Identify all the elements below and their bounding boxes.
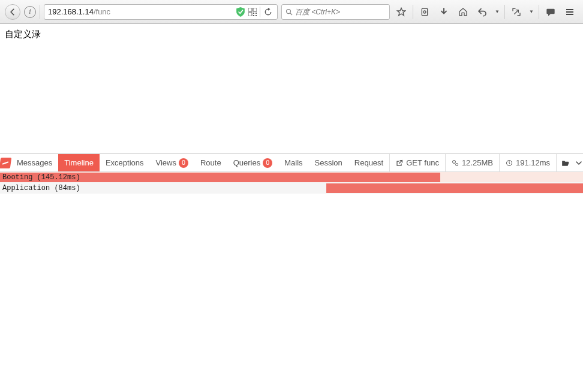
downloads-button[interactable] [436, 4, 452, 20]
chevron-down-icon [575, 159, 582, 167]
svg-point-15 [455, 163, 458, 165]
folder-open-icon [561, 159, 570, 167]
reload-button[interactable] [263, 7, 274, 17]
svg-rect-6 [256, 15, 257, 16]
undo-button[interactable] [474, 4, 490, 20]
timeline-panel: Booting (145.12ms) Application (84ms) [0, 172, 583, 194]
tab-label: Request [354, 158, 383, 167]
home-button[interactable] [455, 4, 471, 20]
clock-icon [506, 159, 513, 167]
svg-line-8 [290, 13, 293, 15]
separator [504, 5, 505, 19]
debugbar-time-info: 191.12ms [499, 154, 556, 171]
timeline-label: Application (84ms) [2, 183, 80, 194]
tab-timeline[interactable]: Timeline [58, 154, 100, 171]
svg-point-7 [287, 9, 291, 13]
undo-dropdown[interactable]: ▼ [494, 9, 501, 14]
timeline-row: Booting (145.12ms) [0, 172, 583, 183]
tab-session[interactable]: Session [309, 154, 348, 171]
screenshot-button[interactable] [509, 4, 524, 20]
arrow-left-icon [8, 8, 17, 16]
tab-label: Session [315, 158, 342, 167]
browser-toolbar: i 192.168.1.14/func ▼ ▼ [0, 0, 583, 24]
url-bar[interactable]: 192.168.1.14/func [44, 4, 278, 20]
tab-route[interactable]: Route [194, 154, 227, 171]
page-content: 自定义渌 [0, 24, 583, 153]
svg-rect-1 [253, 8, 257, 11]
tab-label: Queries [233, 158, 261, 167]
time-text: 191.12ms [516, 158, 550, 167]
cogs-icon [452, 159, 459, 167]
badge: 0 [179, 158, 188, 168]
debugbar-request-info[interactable]: GET func [389, 154, 445, 171]
search-input[interactable] [295, 8, 386, 16]
svg-rect-2 [248, 13, 252, 16]
timeline-bar [326, 183, 583, 193]
hamburger-menu-button[interactable] [562, 4, 578, 20]
search-icon [286, 8, 293, 16]
laravel-icon [0, 158, 11, 168]
separator [40, 5, 40, 19]
share-icon [396, 159, 403, 167]
folder-open-button[interactable] [559, 159, 572, 167]
debugbar-memory-info: 12.25MB [445, 154, 499, 171]
timeline-label: Booting (145.12ms) [2, 172, 80, 183]
svg-rect-9 [422, 8, 427, 16]
debugbar-logo[interactable] [0, 154, 11, 171]
chat-button[interactable] [543, 4, 558, 20]
collapse-button[interactable] [572, 159, 583, 167]
tab-label: Timeline [64, 158, 94, 167]
debugbar-controls [556, 154, 583, 171]
tab-label: Exceptions [106, 158, 144, 167]
qr-icon[interactable] [248, 7, 257, 17]
tab-label: Mails [284, 158, 302, 167]
tab-label: Messages [17, 158, 52, 167]
svg-rect-0 [248, 8, 252, 11]
url-text: 192.168.1.14/func [48, 7, 233, 16]
memory-text: 12.25MB [462, 158, 493, 167]
bookmark-star-button[interactable] [393, 4, 409, 20]
tab-label: Route [200, 158, 221, 167]
shield-icon [236, 7, 245, 17]
tab-label: Views [156, 158, 176, 167]
tab-views[interactable]: Views0 [150, 154, 194, 171]
screenshot-dropdown[interactable]: ▼ [528, 9, 535, 14]
separator [413, 5, 413, 19]
tab-exceptions[interactable]: Exceptions [100, 154, 150, 171]
timeline-row: Application (84ms) [0, 183, 583, 194]
debugbar-tabs: Messages Timeline Exceptions Views0 Rout… [0, 154, 583, 172]
separator [539, 5, 539, 19]
tab-request[interactable]: Request [348, 154, 389, 171]
page-heading: 自定义渌 [5, 29, 578, 40]
svg-point-10 [423, 11, 426, 13]
library-button[interactable] [417, 4, 432, 20]
request-text: GET func [406, 158, 439, 167]
separator [260, 7, 260, 17]
svg-rect-5 [253, 15, 254, 16]
search-box[interactable] [281, 4, 390, 20]
tab-messages[interactable]: Messages [11, 154, 58, 171]
svg-point-14 [452, 160, 455, 163]
tab-queries[interactable]: Queries0 [227, 154, 279, 171]
tab-mails[interactable]: Mails [278, 154, 308, 171]
debugbar: Messages Timeline Exceptions Views0 Rout… [0, 153, 583, 194]
back-button[interactable] [5, 4, 20, 20]
svg-rect-3 [253, 13, 254, 14]
site-info-button[interactable]: i [24, 6, 36, 18]
svg-rect-4 [256, 13, 257, 14]
badge: 0 [263, 158, 272, 168]
